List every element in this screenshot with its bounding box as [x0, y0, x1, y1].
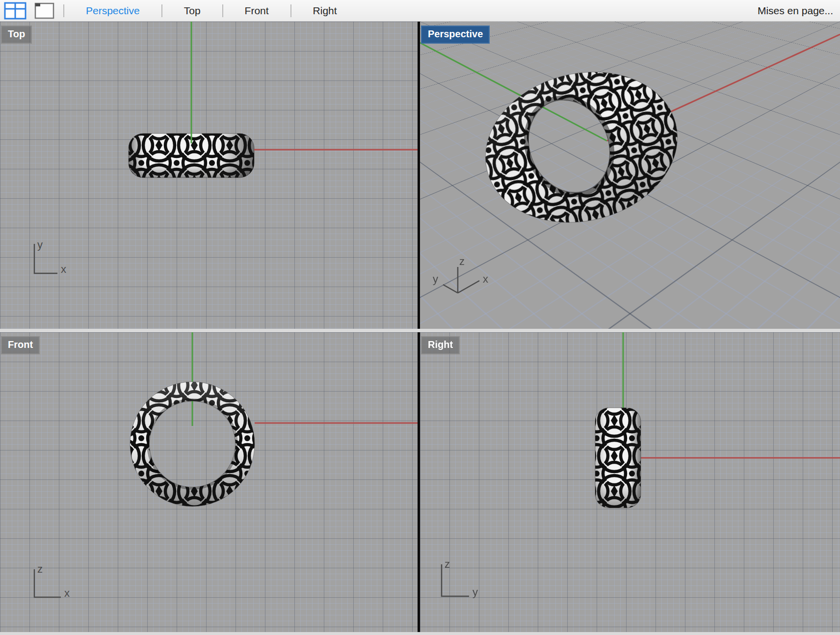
viewport-top[interactable]: y x Top: [0, 22, 418, 329]
svg-text:x: x: [483, 273, 488, 285]
svg-text:x: x: [61, 263, 66, 275]
viewport-right[interactable]: z y Right: [420, 332, 840, 632]
toolbar-separator: [222, 4, 223, 17]
ring-object[interactable]: [469, 53, 700, 252]
toolbar-separator: [290, 4, 291, 17]
viewport-perspective[interactable]: z x y Perspective: [420, 22, 840, 329]
axis-gizmo: y x: [34, 238, 66, 275]
svg-text:y: y: [433, 273, 438, 285]
right-band-object[interactable]: [595, 408, 641, 508]
svg-text:z: z: [459, 255, 465, 267]
viewport-toolbar: Perspective Top Front Right Mises en pag…: [0, 0, 840, 22]
viewport-area: y x Top: [0, 22, 840, 635]
viewport-title-perspective[interactable]: Perspective: [421, 26, 490, 44]
svg-text:x: x: [64, 587, 70, 599]
svg-text:z: z: [445, 558, 450, 570]
viewport-front[interactable]: z x Front: [0, 332, 418, 632]
bottom-edge-strip: [0, 632, 840, 635]
tab-perspective[interactable]: Perspective: [73, 5, 153, 17]
axis-gizmo: z x y: [433, 255, 488, 293]
tab-top[interactable]: Top: [171, 5, 213, 17]
single-viewport-layout-icon[interactable]: [34, 2, 54, 19]
tab-front[interactable]: Front: [232, 5, 282, 17]
ring-object[interactable]: [125, 377, 260, 512]
viewport-splitter-horizontal[interactable]: [0, 329, 840, 332]
svg-text:y: y: [37, 238, 43, 251]
viewport-title-front[interactable]: Front: [1, 336, 40, 354]
four-viewport-layout-icon[interactable]: [4, 2, 26, 20]
viewport-splitter-vertical[interactable]: [418, 22, 420, 632]
toolbar-separator: [161, 4, 162, 17]
svg-text:z: z: [37, 563, 43, 575]
axis-gizmo: z x: [34, 563, 70, 599]
toolbar-separator: [63, 4, 64, 17]
axis-gizmo: z y: [442, 558, 478, 598]
viewport-title-top[interactable]: Top: [1, 26, 32, 44]
tab-right[interactable]: Right: [300, 5, 350, 17]
viewport-title-right[interactable]: Right: [421, 336, 460, 354]
rhino-window: Perspective Top Front Right Mises en pag…: [0, 0, 840, 635]
svg-text:y: y: [472, 586, 478, 598]
layouts-button[interactable]: Mises en page...: [758, 5, 833, 17]
